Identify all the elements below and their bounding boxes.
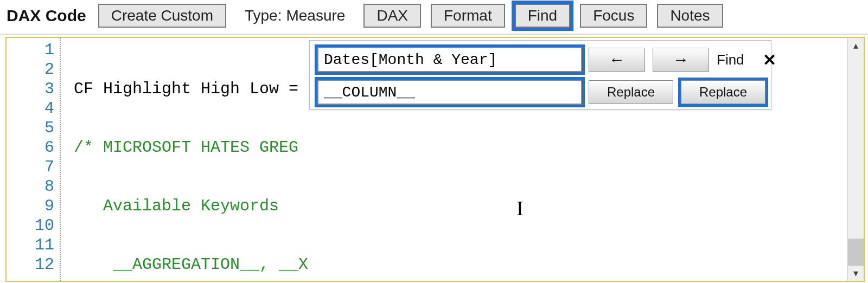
line-number: 12 <box>7 255 54 274</box>
type-group: Type: Measure <box>245 7 345 24</box>
type-label: Type: <box>245 7 282 24</box>
vertical-scrollbar[interactable]: ▴ ▾ <box>847 38 864 281</box>
code-line: __AGGREGATION__, __X <box>74 255 847 274</box>
line-number: 7 <box>7 157 54 177</box>
line-number: 1 <box>7 40 54 60</box>
scroll-up-icon[interactable]: ▴ <box>848 38 864 53</box>
type-value: Measure <box>286 7 345 24</box>
line-number: 2 <box>7 60 54 79</box>
replace-all-button[interactable]: Replace <box>681 80 765 104</box>
focus-button[interactable]: Focus <box>580 4 647 28</box>
line-number: 11 <box>7 235 54 255</box>
line-number: 9 <box>7 196 54 216</box>
line-gutter: 1 2 3 4 5 6 7 8 9 10 11 12 <box>7 38 61 281</box>
line-number: 6 <box>7 138 54 157</box>
code-line: /* MICROSOFT HATES GREG <box>74 138 847 157</box>
replace-button[interactable]: Replace <box>589 80 673 104</box>
line-number: 10 <box>7 216 54 235</box>
close-icon[interactable]: ✕ <box>760 50 778 69</box>
section-title: DAX Code <box>7 7 86 25</box>
find-button[interactable]: Find <box>515 4 570 28</box>
code-line: Available Keywords <box>74 196 847 216</box>
scroll-down-icon[interactable]: ▾ <box>848 266 864 281</box>
toolbar: DAX Code Create Custom Type: Measure DAX… <box>0 0 868 35</box>
find-replace-panel: ← → Find ✕ Replace Replace <box>309 40 771 110</box>
find-label: Find <box>717 52 752 68</box>
editor-shell: 1 2 3 4 5 6 7 8 9 10 11 12 CF Highlight … <box>5 37 865 282</box>
notes-button[interactable]: Notes <box>657 4 723 28</box>
find-input[interactable] <box>317 47 582 72</box>
replace-input[interactable] <box>317 80 582 105</box>
line-number: 3 <box>7 79 54 99</box>
dax-button[interactable]: DAX <box>363 4 421 28</box>
find-prev-button[interactable]: ← <box>589 48 645 72</box>
format-button[interactable]: Format <box>431 4 505 28</box>
find-next-button[interactable]: → <box>653 48 709 72</box>
scroll-grip[interactable] <box>848 239 864 266</box>
line-number: 4 <box>7 99 54 118</box>
line-number: 8 <box>7 177 54 196</box>
create-custom-button[interactable]: Create Custom <box>98 4 226 28</box>
line-number: 5 <box>7 118 54 138</box>
